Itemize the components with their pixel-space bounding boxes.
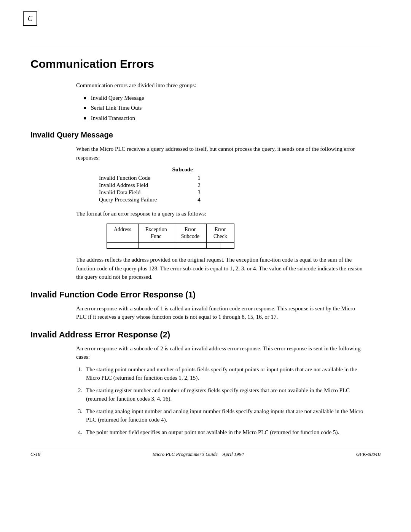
error-format-table: AddressExceptionFuncErrorSubcodeErrorChe…	[107, 224, 234, 249]
corner-label: C	[23, 11, 37, 26]
error-format-table-container: AddressExceptionFuncErrorSubcodeErrorChe…	[107, 224, 381, 249]
format-text: The format for an error response to a qu…	[76, 209, 365, 218]
section3-heading: Invalid Address Error Response (2)	[30, 330, 381, 340]
section3-body: An error response with a subcode of 2 is…	[76, 344, 365, 361]
chapter-title: Communication Errors	[30, 58, 381, 70]
section1-heading: Invalid Query Message	[30, 131, 381, 139]
list-item: The starting register number and number …	[84, 386, 365, 403]
section1-body: When the Micro PLC receives a query addr…	[76, 145, 365, 162]
footer-rule	[30, 448, 381, 448]
bullet-list: Invalid Query Message Serial Link Time O…	[84, 94, 365, 123]
numbered-list: The starting point number and number of …	[84, 365, 365, 437]
table-row: Invalid Data Field3	[99, 189, 201, 196]
list-item: The point number field specifies an outp…	[84, 428, 365, 437]
list-item: The starting point number and number of …	[84, 365, 365, 382]
table-row: Invalid Address Field2	[99, 182, 201, 189]
section2-heading: Invalid Function Code Error Response (1)	[30, 290, 381, 300]
list-item: Serial Link Time Outs	[84, 104, 365, 112]
footer-guide-title: Micro PLC Programmer's Guide – April 199…	[153, 451, 244, 457]
subcode-header: Subcode	[164, 166, 200, 174]
list-item: Invalid Transaction	[84, 114, 365, 123]
list-item: Invalid Query Message	[84, 94, 365, 102]
table-row: Invalid Function Code1	[99, 174, 201, 182]
section2-body: An error response with a subcode of 1 is…	[76, 304, 365, 321]
address-text: The address reflects the address provide…	[76, 256, 365, 281]
list-item: The starting analog input number and ana…	[84, 407, 365, 424]
table-row: AddressExceptionFuncErrorSubcodeErrorChe…	[107, 224, 234, 242]
footer-doc-num: GFK-0804B	[356, 451, 381, 457]
subcode-table-container: Subcode Invalid Function Code1Invalid Ad…	[99, 166, 381, 203]
subcode-table: Subcode Invalid Function Code1Invalid Ad…	[99, 166, 201, 203]
footer: C-18 Micro PLC Programmer's Guide – Apri…	[30, 451, 381, 457]
intro-text: Communication errors are divided into th…	[76, 81, 365, 90]
footer-page-num: C-18	[30, 451, 40, 457]
top-rule	[30, 46, 381, 46]
table-row: Query Processing Failure4	[99, 196, 201, 203]
